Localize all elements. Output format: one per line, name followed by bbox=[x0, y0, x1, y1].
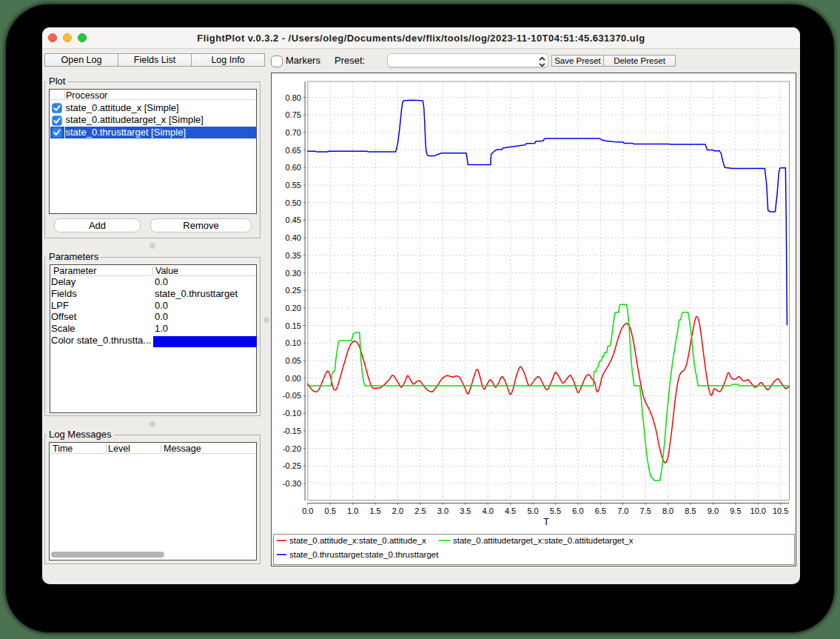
svg-text:10.5: 10.5 bbox=[773, 506, 788, 515]
svg-text:0.55: 0.55 bbox=[286, 181, 301, 190]
svg-text:8.5: 8.5 bbox=[685, 506, 696, 515]
svg-text:0.50: 0.50 bbox=[286, 198, 301, 207]
svg-text:0.30: 0.30 bbox=[286, 269, 301, 278]
svg-text:3.0: 3.0 bbox=[437, 506, 448, 515]
svg-text:0.00: 0.00 bbox=[286, 374, 301, 383]
svg-text:0.75: 0.75 bbox=[286, 110, 301, 119]
svg-text:0.35: 0.35 bbox=[286, 251, 301, 260]
svg-text:0.5: 0.5 bbox=[325, 506, 336, 515]
svg-text:9.5: 9.5 bbox=[730, 506, 741, 515]
svg-text:9.0: 9.0 bbox=[708, 506, 719, 515]
svg-text:-0.30: -0.30 bbox=[283, 479, 301, 488]
svg-text:7.0: 7.0 bbox=[617, 506, 628, 515]
svg-text:0.65: 0.65 bbox=[286, 146, 301, 155]
svg-text:2.0: 2.0 bbox=[392, 506, 403, 515]
svg-text:-0.20: -0.20 bbox=[283, 444, 301, 453]
svg-text:3.5: 3.5 bbox=[460, 506, 471, 515]
svg-text:-0.25: -0.25 bbox=[283, 461, 301, 470]
svg-text:-0.10: -0.10 bbox=[283, 409, 301, 418]
svg-text:6.5: 6.5 bbox=[595, 506, 606, 515]
svg-text:7.5: 7.5 bbox=[640, 506, 651, 515]
svg-text:0.45: 0.45 bbox=[286, 215, 301, 224]
svg-text:1.0: 1.0 bbox=[347, 506, 358, 515]
svg-text:state_0.attitudetarget_x:state: state_0.attitudetarget_x:state_0.attitud… bbox=[453, 536, 634, 545]
svg-text:0.80: 0.80 bbox=[286, 93, 301, 102]
svg-text:2.5: 2.5 bbox=[414, 506, 426, 515]
svg-text:0.25: 0.25 bbox=[286, 286, 301, 295]
svg-text:T: T bbox=[543, 517, 549, 527]
svg-text:4.5: 4.5 bbox=[505, 506, 516, 515]
svg-text:0.05: 0.05 bbox=[286, 356, 301, 365]
svg-text:10.0: 10.0 bbox=[750, 506, 766, 515]
svg-text:state_0.attitude_x:state_0.att: state_0.attitude_x:state_0.attitude_x bbox=[289, 536, 426, 545]
svg-text:1.5: 1.5 bbox=[369, 506, 380, 515]
svg-text:0.0: 0.0 bbox=[302, 506, 313, 515]
svg-text:5.0: 5.0 bbox=[527, 506, 538, 515]
svg-text:-0.15: -0.15 bbox=[283, 426, 301, 435]
svg-text:0.20: 0.20 bbox=[286, 304, 301, 312]
svg-text:8.0: 8.0 bbox=[662, 506, 673, 515]
svg-text:0.40: 0.40 bbox=[286, 233, 301, 242]
svg-text:0.60: 0.60 bbox=[286, 163, 301, 172]
svg-text:0.70: 0.70 bbox=[286, 128, 301, 137]
svg-text:0.10: 0.10 bbox=[286, 338, 301, 347]
svg-text:6.0: 6.0 bbox=[572, 506, 583, 515]
svg-text:state_0.thrusttarget:state_0.t: state_0.thrusttarget:state_0.thrusttarge… bbox=[289, 550, 439, 559]
svg-text:0.15: 0.15 bbox=[286, 321, 301, 330]
svg-text:5.5: 5.5 bbox=[550, 506, 561, 515]
svg-text:4.0: 4.0 bbox=[483, 506, 494, 515]
svg-text:-0.05: -0.05 bbox=[283, 391, 301, 400]
